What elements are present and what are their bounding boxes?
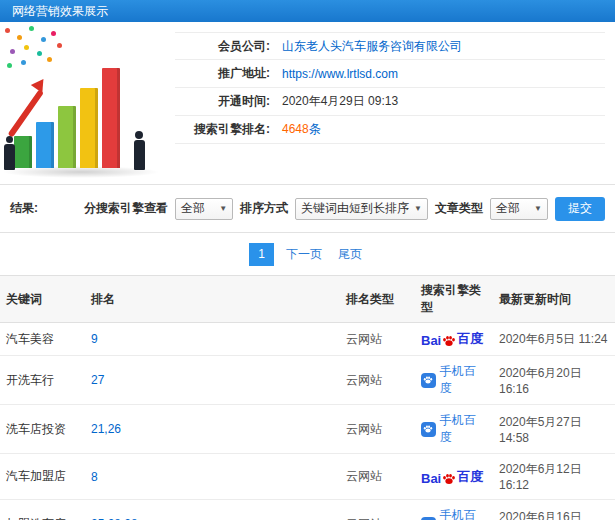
table-row: 加盟洗车店 25,28,28 云网站 手机百度 2020年6月16日 16:11 — [0, 500, 615, 520]
promo-url-row: 推广地址: https://www.lrtlsd.com — [175, 60, 605, 88]
engine-filter-label: 分搜索引擎查看 — [84, 200, 168, 217]
engine-rank-row: 搜索引擎排名: 4648条 — [175, 116, 605, 144]
rank-type: 云网站 — [346, 422, 382, 436]
sort-filter-label: 排序方式 — [240, 200, 288, 217]
engine-rank-unit: 条 — [309, 122, 321, 136]
engine-rank-label: 搜索引擎排名: — [175, 121, 270, 138]
open-time-label: 开通时间: — [175, 93, 270, 110]
keyword: 洗车店投资 — [6, 422, 66, 436]
baidu-logo: Bai百度 — [421, 468, 483, 486]
open-time-value: 2020年4月29日 09:13 — [282, 93, 398, 110]
baidu-mobile-logo: 手机百度 — [421, 363, 487, 397]
table-header-row: 关键词 排名 排名类型 搜索引擎类型 最新更新时间 — [0, 276, 615, 323]
baidu-mobile-paw-icon — [421, 517, 436, 520]
open-time-row: 开通时间: 2020年4月29日 09:13 — [175, 88, 605, 116]
col-rank-type: 排名类型 — [340, 276, 415, 323]
rank-type: 云网站 — [346, 469, 382, 483]
baidu-mobile-paw-icon — [421, 373, 436, 388]
keyword: 加盟洗车店 — [6, 517, 66, 520]
rank-type: 云网站 — [346, 332, 382, 346]
keyword: 汽车加盟店 — [6, 469, 66, 483]
promo-url-link[interactable]: https://www.lrtlsd.com — [282, 67, 398, 81]
chevron-down-icon: ▼ — [219, 204, 227, 213]
table-row: 洗车店投资 21,26 云网站 手机百度 2020年5月27日 14:58 — [0, 405, 615, 454]
sort-filter-select[interactable]: 关键词由短到长排序 ▼ — [295, 198, 428, 220]
col-keyword: 关键词 — [0, 276, 85, 323]
company-label: 会员公司: — [175, 38, 270, 55]
rank-type: 云网站 — [346, 373, 382, 387]
article-type-select[interactable]: 全部 ▼ — [490, 198, 548, 220]
col-engine-type: 搜索引擎类型 — [415, 276, 493, 323]
chevron-down-icon: ▼ — [414, 204, 422, 213]
update-time: 2020年6月16日 16:11 — [499, 510, 582, 520]
update-time: 2020年6月20日 16:16 — [499, 366, 582, 396]
next-page-link[interactable]: 下一页 — [282, 243, 326, 266]
keyword: 汽车美容 — [6, 332, 54, 346]
table-row: 开洗车行 27 云网站 手机百度 2020年6月20日 16:16 — [0, 356, 615, 405]
promo-url-label: 推广地址: — [175, 65, 270, 82]
result-section-label: 结果: — [10, 200, 38, 217]
person-figure — [3, 136, 15, 170]
ranking-table: 关键词 排名 排名类型 搜索引擎类型 最新更新时间 汽车美容 9 云网站 Bai… — [0, 275, 615, 520]
update-time: 2020年5月27日 14:58 — [499, 415, 582, 445]
baidu-mobile-logo: 手机百度 — [421, 412, 487, 446]
table-row: 汽车加盟店 8 云网站 Bai百度 2020年6月12日 16:12 — [0, 454, 615, 500]
rank-link[interactable]: 21,26 — [91, 422, 121, 436]
update-time: 2020年6月5日 11:24 — [499, 332, 608, 346]
col-update-time: 最新更新时间 — [493, 276, 615, 323]
table-row: 汽车美容 9 云网站 Bai百度 2020年6月5日 11:24 — [0, 323, 615, 356]
rank-link[interactable]: 27 — [91, 373, 104, 387]
chevron-down-icon: ▼ — [534, 204, 542, 213]
result-filter-bar: 结果: 分搜索引擎查看 全部 ▼ 排序方式 关键词由短到长排序 ▼ 文章类型 全… — [0, 185, 615, 233]
page-header: 网络营销效果展示 — [0, 0, 615, 22]
company-link[interactable]: 山东老人头汽车服务咨询有限公司 — [282, 38, 462, 55]
member-info-list: 会员公司: 山东老人头汽车服务咨询有限公司 推广地址: https://www.… — [175, 22, 615, 184]
rank-type: 云网站 — [346, 517, 382, 520]
engine-rank-count: 4648 — [282, 122, 309, 136]
baidu-mobile-paw-icon — [421, 422, 436, 437]
baidu-paw-icon — [442, 334, 456, 348]
rank-link[interactable]: 8 — [91, 470, 98, 484]
rank-link[interactable]: 9 — [91, 332, 98, 346]
article-type-label: 文章类型 — [435, 200, 483, 217]
keyword: 开洗车行 — [6, 373, 54, 387]
sort-filter-value: 关键词由短到长排序 — [301, 200, 409, 217]
update-time: 2020年6月12日 16:12 — [499, 462, 582, 492]
page-number-current[interactable]: 1 — [249, 243, 274, 266]
pagination: 1 下一页 尾页 — [0, 233, 615, 275]
last-page-link[interactable]: 尾页 — [334, 243, 366, 266]
baidu-mobile-logo: 手机百度 — [421, 507, 487, 520]
member-info-panel: 会员公司: 山东老人头汽车服务咨询有限公司 推广地址: https://www.… — [0, 22, 615, 185]
submit-button[interactable]: 提交 — [555, 197, 605, 221]
engine-filter-select[interactable]: 全部 ▼ — [175, 198, 233, 220]
baidu-paw-icon — [442, 472, 456, 486]
bar-chart-illustration — [0, 22, 175, 184]
person-figure — [133, 131, 145, 170]
article-type-value: 全部 — [496, 200, 520, 217]
col-rank: 排名 — [85, 276, 340, 323]
engine-filter-value: 全部 — [181, 200, 205, 217]
filter-controls: 分搜索引擎查看 全部 ▼ 排序方式 关键词由短到长排序 ▼ 文章类型 全部 ▼ … — [84, 197, 605, 221]
company-row: 会员公司: 山东老人头汽车服务咨询有限公司 — [175, 32, 605, 60]
baidu-logo: Bai百度 — [421, 330, 483, 348]
page-title: 网络营销效果展示 — [12, 4, 108, 18]
